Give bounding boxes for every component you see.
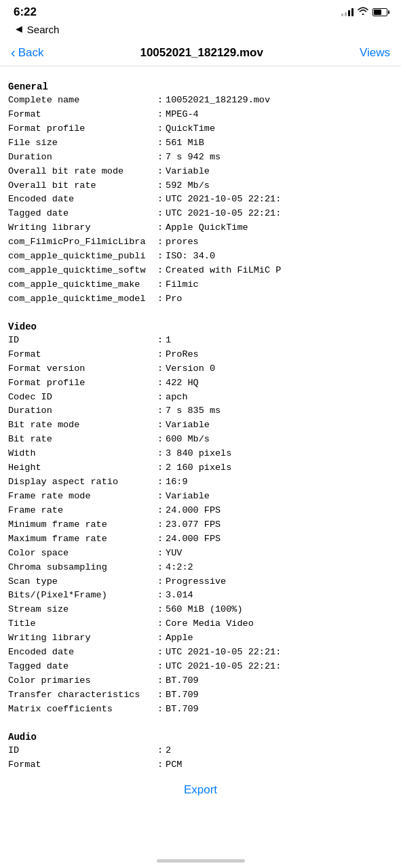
row-separator: : [157,490,163,504]
row-value: Variable [166,490,210,504]
row-separator: : [157,703,163,717]
row-key: Maximum frame rate [8,532,157,547]
row-separator: : [157,122,163,136]
table-row: com_apple_quicktime_publi: ISO: 34.0 [8,250,393,264]
table-row: Transfer characteristics: BT.709 [8,688,393,703]
row-key: Duration [8,151,157,165]
row-key: com_FilmicPro_FilmicLibra [8,235,157,250]
row-value: Created with FiLMiC P [166,264,281,278]
export-button[interactable]: Export [184,783,217,797]
row-key: File size [8,136,157,151]
table-row: Bit rate: 600 Mb/s [8,433,393,447]
row-key: Minimum frame rate [8,518,157,532]
table-row: Encoded date: UTC 2021-10-05 22:21: [8,193,393,207]
row-value: Core Media Video [166,617,254,631]
row-value: 4:2:2 [166,561,193,575]
status-bar: 6:22 [0,0,401,22]
row-value: 592 Mb/s [166,179,210,193]
table-row: Encoded date: UTC 2021-10-05 22:21: [8,646,393,660]
row-key: Title [8,617,157,631]
table-row: Writing library: Apple [8,631,393,646]
row-separator: : [157,348,163,362]
table-row: ID: 1 [8,334,393,348]
row-separator: : [157,362,163,376]
row-separator: : [157,221,163,235]
table-row: Frame rate: 24.000 FPS [8,504,393,518]
row-separator: : [157,589,163,603]
content-area: General Complete name: 10052021_182129.m… [0,66,401,843]
row-key: Color primaries [8,674,157,688]
row-separator: : [157,532,163,547]
row-separator: : [157,391,163,405]
row-key: Format [8,348,157,362]
views-button[interactable]: Views [360,46,390,60]
table-row: Duration: 7 s 942 ms [8,151,393,165]
row-separator: : [157,136,163,151]
row-value: YUV [166,547,182,561]
row-key: Complete name [8,94,157,108]
export-row: Export [8,772,393,802]
row-value: 422 HQ [166,376,199,391]
row-separator: : [157,660,163,674]
row-value: MPEG-4 [166,108,199,122]
row-value: Pro [166,292,182,307]
row-key: Bits/(Pixel*Frame) [8,589,157,603]
home-indicator [157,859,245,863]
row-value: 7 s 835 ms [166,404,221,418]
table-row: Title: Core Media Video [8,617,393,631]
table-row: Width: 3 840 pixels [8,447,393,461]
table-row: Chroma subsampling: 4:2:2 [8,561,393,575]
search-bar[interactable]: ◄ Search [0,22,401,39]
row-key: Format profile [8,376,157,391]
row-key: Tagged date [8,207,157,221]
search-back-button[interactable]: ◄ Search [14,23,387,35]
table-row: Bit rate mode: Variable [8,418,393,433]
row-key: Duration [8,404,157,418]
table-row: Overall bit rate: 592 Mb/s [8,179,393,193]
row-value: Variable [166,165,210,179]
row-key: com_apple_quicktime_make [8,278,157,292]
general-info-table: Complete name: 10052021_182129.movFormat… [8,94,393,307]
table-row: Color space: YUV [8,547,393,561]
video-section-header: Video [8,321,393,332]
row-value: UTC 2021-10-05 22:21: [166,646,281,660]
row-value: ProRes [166,348,199,362]
row-value: BT.709 [166,703,199,717]
row-separator: : [157,207,163,221]
row-key: Format version [8,362,157,376]
table-row: Codec ID: apch [8,391,393,405]
row-key: Format [8,758,157,772]
status-time: 6:22 [14,5,37,19]
row-value: prores [166,235,199,250]
row-key: Codec ID [8,391,157,405]
row-separator: : [157,688,163,703]
nav-back-chevron-icon: ‹ [11,45,16,60]
row-key: Writing library [8,221,157,235]
table-row: Tagged date: UTC 2021-10-05 22:21: [8,660,393,674]
row-value: Version 0 [166,362,215,376]
row-key: Encoded date [8,193,157,207]
table-row: Display aspect ratio: 16:9 [8,475,393,490]
row-value: Apple QuickTime [166,221,248,235]
table-row: com_apple_quicktime_model: Pro [8,292,393,307]
row-value: BT.709 [166,674,199,688]
row-separator: : [157,376,163,391]
row-value: UTC 2021-10-05 22:21: [166,207,281,221]
table-row: com_FilmicPro_FilmicLibra: prores [8,235,393,250]
audio-section-header: Audio [8,732,393,743]
row-value: QuickTime [166,122,215,136]
table-row: Format: ProRes [8,348,393,362]
row-key: Frame rate mode [8,490,157,504]
row-key: Scan type [8,575,157,589]
row-value: 561 MiB [166,136,204,151]
row-separator: : [157,334,163,348]
table-row: Duration: 7 s 835 ms [8,404,393,418]
row-key: com_apple_quicktime_publi [8,250,157,264]
row-separator: : [157,278,163,292]
table-row: Writing library: Apple QuickTime [8,221,393,235]
nav-back-button[interactable]: ‹ Back [11,45,43,60]
table-row: Scan type: Progressive [8,575,393,589]
video-info-table: ID: 1Format: ProResFormat version: Versi… [8,334,393,717]
table-row: Format: PCM [8,758,393,772]
row-separator: : [157,235,163,250]
